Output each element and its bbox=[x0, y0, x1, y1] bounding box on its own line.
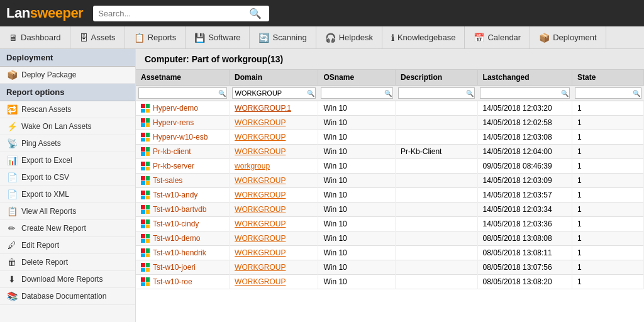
domain-link[interactable]: WORKGROUP bbox=[235, 147, 286, 156]
filter-input-description[interactable] bbox=[398, 87, 475, 99]
filter-input-state[interactable] bbox=[575, 87, 641, 99]
sidebar-item-wake-on-lan[interactable]: ⚡Wake On Lan Assets bbox=[0, 118, 135, 135]
sidebar-item-view-all-reports[interactable]: 📋View All Reports bbox=[0, 203, 135, 220]
domain-link[interactable]: WORKGROUP bbox=[235, 205, 286, 214]
col-header-lastchanged[interactable]: Lastchanged bbox=[477, 70, 572, 86]
cell-osname: Win 10 bbox=[318, 101, 396, 116]
assetname-link[interactable]: Pr-kb-client bbox=[153, 147, 191, 156]
nav-item-calendar[interactable]: 📅Calendar bbox=[465, 26, 530, 48]
assetname-link[interactable]: Tst-w10-hendrik bbox=[153, 248, 206, 257]
domain-link[interactable]: WORKGROUP bbox=[235, 219, 286, 228]
domain-link[interactable]: WORKGROUP bbox=[235, 263, 286, 272]
filter-cell-assetname bbox=[136, 86, 230, 101]
cell-domain: WORKGROUP bbox=[230, 145, 318, 159]
assetname-link[interactable]: Tst-w10-bartvdb bbox=[153, 205, 206, 214]
cell-lastchanged: 08/05/2018 13:08:08 bbox=[477, 231, 572, 246]
cell-assetname: Tst-w10-cindy bbox=[136, 217, 230, 231]
nav-item-dashboard[interactable]: 🖥Dashboard bbox=[0, 26, 70, 48]
domain-link[interactable]: WORKGROUP bbox=[235, 133, 286, 142]
main-layout: Deployment 📦 Deploy Package Report optio… bbox=[0, 49, 644, 322]
windows-icon bbox=[141, 133, 150, 142]
search-box[interactable]: 🔍 bbox=[93, 6, 269, 21]
assetname-link[interactable]: Tst-w10-roe bbox=[153, 277, 192, 286]
cell-description bbox=[396, 159, 478, 174]
assetname-link[interactable]: Pr-kb-server bbox=[153, 162, 194, 170]
sidebar-item-create-new-report[interactable]: ✏Create New Report bbox=[0, 220, 135, 237]
sidebar-items: 🔁Rescan Assets⚡Wake On Lan Assets📡Ping A… bbox=[0, 101, 135, 305]
sidebar-label-view-all-reports: View All Reports bbox=[21, 207, 76, 216]
table-row: Pr-kb-serverworkgroupWin 1009/05/2018 08… bbox=[136, 159, 644, 174]
sidebar-label-rescan-assets: Rescan Assets bbox=[21, 105, 71, 114]
nav-item-deployment[interactable]: 📦Deployment bbox=[530, 26, 606, 48]
search-button[interactable]: 🔍 bbox=[249, 8, 262, 19]
sidebar-item-ping-assets[interactable]: 📡Ping Assets bbox=[0, 135, 135, 152]
nav-item-reports[interactable]: 📋Reports bbox=[125, 26, 186, 48]
nav-item-helpdesk[interactable]: 🎧Helpdesk bbox=[316, 26, 382, 48]
windows-icon bbox=[141, 205, 150, 214]
sidebar-item-delete-report[interactable]: 🗑Delete Report bbox=[0, 254, 135, 271]
sidebar-section-deployment: Deployment bbox=[0, 49, 135, 67]
nav-item-knowledgebase[interactable]: ℹKnowledgebase bbox=[382, 26, 465, 48]
assetname-link[interactable]: Tst-w10-joeri bbox=[153, 263, 196, 272]
domain-link[interactable]: WORKGROUP bbox=[235, 248, 286, 257]
cell-state: 1 bbox=[572, 217, 644, 231]
sidebar-item-deploy-package[interactable]: 📦 Deploy Package bbox=[0, 67, 135, 84]
domain-link[interactable]: WORKGROUP bbox=[235, 277, 286, 286]
deploy-package-icon: 📦 bbox=[6, 70, 18, 80]
cell-domain: WORKGROUP bbox=[230, 116, 318, 130]
content-area: Computer: Part of workgroup(13) Assetnam… bbox=[136, 49, 644, 322]
assetname-link[interactable]: Hyperv-rens bbox=[153, 118, 194, 127]
windows-icon bbox=[141, 219, 150, 228]
nav-item-scanning[interactable]: 🔄Scanning bbox=[250, 26, 316, 48]
filter-input-osname[interactable] bbox=[321, 87, 393, 99]
cell-lastchanged: 09/05/2018 08:46:39 bbox=[477, 159, 572, 174]
assetname-link[interactable]: Tst-w10-cindy bbox=[153, 219, 199, 228]
domain-link[interactable]: WORKGROUP.1 bbox=[235, 104, 291, 113]
domain-link[interactable]: WORKGROUP bbox=[235, 176, 286, 185]
filter-input-lastchanged[interactable] bbox=[480, 87, 570, 99]
col-header-description[interactable]: Description bbox=[396, 70, 478, 86]
assetname-link[interactable]: Tst-w10-andy bbox=[153, 191, 197, 199]
col-header-assetname[interactable]: Assetname bbox=[136, 70, 230, 86]
sidebar-item-rescan-assets[interactable]: 🔁Rescan Assets bbox=[0, 101, 135, 118]
cell-osname: Win 10 bbox=[318, 116, 396, 130]
assetname-link[interactable]: Tst-w10-demo bbox=[153, 234, 200, 243]
sidebar-label-ping-assets: Ping Assets bbox=[21, 139, 61, 148]
export-excel-icon: 📊 bbox=[6, 155, 18, 165]
cell-domain: WORKGROUP bbox=[230, 130, 318, 145]
cell-state: 1 bbox=[572, 130, 644, 145]
reports-icon: 📋 bbox=[134, 33, 145, 43]
sidebar-item-export-excel[interactable]: 📊Export to Excel bbox=[0, 152, 135, 169]
sidebar-item-database-documentation[interactable]: 📚Database Documentation bbox=[0, 288, 135, 305]
assetname-link[interactable]: Hyperv-w10-esb bbox=[153, 133, 208, 142]
col-header-domain[interactable]: Domain bbox=[230, 70, 318, 86]
sidebar-item-edit-report[interactable]: 🖊Edit Report bbox=[0, 237, 135, 254]
cell-domain: WORKGROUP.1 bbox=[230, 101, 318, 116]
windows-icon bbox=[141, 147, 150, 156]
domain-link[interactable]: WORKGROUP bbox=[235, 118, 286, 127]
col-header-state[interactable]: State bbox=[572, 70, 644, 86]
windows-icon bbox=[141, 263, 150, 272]
filter-input-assetname[interactable] bbox=[138, 87, 227, 99]
assetname-link[interactable]: Hyperv-demo bbox=[153, 104, 198, 113]
sidebar-label-export-xml: Export to XML bbox=[21, 190, 69, 199]
col-header-osname[interactable]: OSname bbox=[318, 70, 396, 86]
table-row: Tst-w10-bartvdbWORKGROUPWin 1014/05/2018… bbox=[136, 203, 644, 217]
table-row: Tst-w10-hendrikWORKGROUPWin 1008/05/2018… bbox=[136, 246, 644, 260]
sidebar-item-export-csv[interactable]: 📄Export to CSV bbox=[0, 169, 135, 186]
sidebar-item-export-xml[interactable]: 📄Export to XML bbox=[0, 186, 135, 203]
table-filter-row[interactable] bbox=[136, 86, 644, 101]
cell-osname: Win 10 bbox=[318, 130, 396, 145]
domain-link[interactable]: workgroup bbox=[235, 162, 270, 170]
assetname-link[interactable]: Tst-sales bbox=[153, 176, 182, 185]
cell-lastchanged: 08/05/2018 13:08:11 bbox=[477, 246, 572, 260]
nav-item-software[interactable]: 💾Software bbox=[186, 26, 250, 48]
nav-item-assets[interactable]: 🗄Assets bbox=[70, 26, 125, 48]
sidebar-item-download-more-reports[interactable]: ⬇Download More Reports bbox=[0, 271, 135, 288]
domain-link[interactable]: WORKGROUP bbox=[235, 191, 286, 199]
search-input[interactable] bbox=[98, 9, 249, 18]
filter-input-domain[interactable] bbox=[232, 87, 316, 99]
cell-description bbox=[396, 203, 478, 217]
cell-assetname: Tst-w10-demo bbox=[136, 231, 230, 246]
domain-link[interactable]: WORKGROUP bbox=[235, 234, 286, 243]
